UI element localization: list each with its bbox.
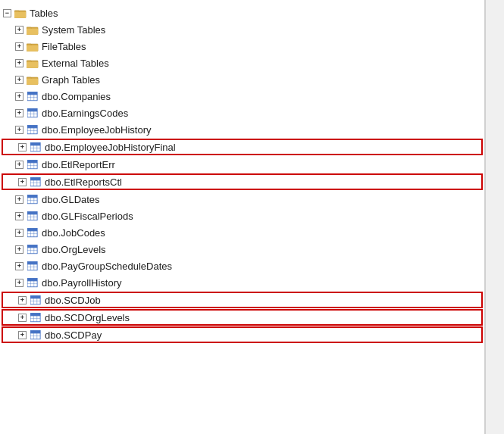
expand-icon[interactable]: +: [15, 212, 23, 220]
table-icon: [27, 108, 39, 118]
tree-item-etl-reports-ctl[interactable]: + dbo.EtlReportsCtl: [2, 173, 483, 190]
tables-label: Tables: [30, 8, 58, 19]
tree-item-file-tables[interactable]: + FileTables: [0, 38, 484, 55]
tree-item-companies[interactable]: + dbo.Companies: [0, 88, 484, 105]
scd-org-levels-label: dbo.SCDOrgLevels: [45, 312, 130, 323]
expand-icon[interactable]: +: [15, 279, 23, 287]
scrollbar-track[interactable]: [485, 0, 496, 434]
file-tables-label: FileTables: [42, 41, 86, 52]
expand-icon[interactable]: +: [18, 178, 27, 186]
expand-icon[interactable]: +: [15, 26, 23, 34]
svg-rect-56: [27, 195, 37, 198]
svg-rect-104: [30, 330, 40, 333]
svg-rect-5: [27, 28, 38, 34]
collapse-icon[interactable]: −: [3, 9, 11, 17]
tree-item-org-levels[interactable]: + dbo.OrgLevels: [0, 241, 484, 258]
tree-item-gl-dates[interactable]: + dbo.GLDates: [0, 191, 484, 208]
svg-rect-26: [27, 108, 37, 111]
org-levels-label: dbo.OrgLevels: [42, 244, 106, 255]
svg-rect-20: [27, 92, 37, 95]
expand-icon[interactable]: +: [15, 195, 23, 204]
gl-fiscal-periods-label: dbo.GLFiscalPeriods: [42, 211, 133, 222]
external-tables-label: External Tables: [42, 58, 109, 69]
svg-rect-14: [27, 78, 38, 84]
expand-icon[interactable]: +: [15, 59, 23, 67]
payroll-history-label: dbo.PayrollHistory: [42, 277, 122, 289]
svg-rect-50: [30, 177, 40, 180]
table-icon: [27, 227, 39, 238]
tree-item-gl-fiscal-periods[interactable]: + dbo.GLFiscalPeriods: [0, 208, 484, 224]
svg-rect-44: [27, 160, 37, 163]
table-icon: [27, 159, 39, 170]
tree-item-scd-job[interactable]: + dbo.SCDJob: [2, 292, 483, 308]
table-icon: [30, 142, 42, 152]
folder-icon: [14, 8, 27, 18]
scd-job-label: dbo.SCDJob: [45, 295, 101, 306]
tree-item-pay-group-schedule-dates[interactable]: + dbo.PayGroupScheduleDates: [0, 258, 484, 274]
folder-icon: [27, 24, 39, 35]
tree-item-graph-tables[interactable]: + Graph Tables: [0, 71, 484, 88]
expand-icon[interactable]: +: [15, 92, 23, 101]
svg-rect-74: [27, 245, 37, 248]
companies-label: dbo.Companies: [42, 91, 111, 102]
graph-tables-label: Graph Tables: [42, 74, 100, 86]
svg-rect-8: [27, 45, 38, 51]
earnings-codes-label: dbo.EarningsCodes: [42, 108, 128, 119]
job-codes-label: dbo.JobCodes: [42, 227, 105, 239]
svg-rect-62: [27, 211, 37, 214]
tree-item-employee-job-history[interactable]: + dbo.EmployeeJobHistory: [0, 121, 484, 138]
table-icon: [27, 261, 39, 271]
folder-icon: [27, 58, 39, 68]
tree-item-scd-pay[interactable]: + dbo.SCDPay: [2, 326, 483, 343]
expand-icon[interactable]: +: [18, 331, 27, 339]
table-icon: [30, 329, 42, 340]
expand-icon[interactable]: +: [15, 229, 23, 237]
tree-item-etl-report-err[interactable]: + dbo.EtlReportErr: [0, 156, 484, 173]
tree-item-external-tables[interactable]: + External Tables: [0, 55, 484, 71]
folder-icon: [27, 41, 39, 52]
tree-panel[interactable]: − Tables + System Tables +: [0, 0, 485, 434]
svg-rect-32: [27, 125, 37, 128]
svg-rect-80: [27, 261, 37, 264]
scd-pay-label: dbo.SCDPay: [45, 329, 102, 341]
expand-icon[interactable]: +: [15, 245, 23, 254]
svg-rect-86: [27, 278, 37, 281]
etl-report-err-label: dbo.EtlReportErr: [42, 159, 115, 170]
table-icon: [27, 211, 39, 221]
expand-icon[interactable]: +: [18, 314, 27, 322]
employee-job-history-final-label: dbo.EmployeeJobHistoryFinal: [45, 142, 176, 153]
svg-rect-2: [14, 11, 26, 17]
svg-rect-92: [30, 295, 40, 298]
table-icon: [30, 176, 42, 187]
svg-rect-98: [30, 313, 40, 316]
table-icon: [27, 91, 39, 101]
table-icon: [30, 295, 42, 305]
table-icon: [27, 244, 39, 254]
expand-icon[interactable]: +: [18, 296, 27, 304]
tree-item-employee-job-history-final[interactable]: + dbo.EmployeeJobHistoryFinal: [2, 139, 483, 155]
expand-icon[interactable]: +: [15, 76, 23, 84]
table-icon: [30, 312, 42, 323]
employee-job-history-label: dbo.EmployeeJobHistory: [42, 124, 152, 136]
svg-rect-11: [27, 61, 38, 67]
folder-icon: [27, 74, 39, 85]
expand-icon[interactable]: +: [15, 42, 23, 51]
expand-icon[interactable]: +: [15, 126, 23, 134]
expand-icon[interactable]: +: [18, 143, 27, 151]
gl-dates-label: dbo.GLDates: [42, 194, 100, 205]
tree-item-system-tables[interactable]: + System Tables: [0, 21, 484, 38]
tree-root-tables[interactable]: − Tables: [0, 5, 484, 21]
expand-icon[interactable]: +: [15, 109, 23, 117]
svg-rect-68: [27, 228, 37, 231]
table-icon: [27, 277, 39, 288]
expand-icon[interactable]: +: [15, 161, 23, 169]
tree-item-scd-org-levels[interactable]: + dbo.SCDOrgLevels: [2, 309, 483, 326]
table-icon: [27, 194, 39, 205]
table-icon: [27, 124, 39, 135]
tree-item-job-codes[interactable]: + dbo.JobCodes: [0, 224, 484, 241]
etl-reports-ctl-label: dbo.EtlReportsCtl: [45, 176, 122, 188]
svg-rect-38: [30, 142, 40, 145]
expand-icon[interactable]: +: [15, 262, 23, 270]
tree-item-earnings-codes[interactable]: + dbo.EarningsCodes: [0, 105, 484, 121]
tree-item-payroll-history[interactable]: + dbo.PayrollHistory: [0, 274, 484, 291]
